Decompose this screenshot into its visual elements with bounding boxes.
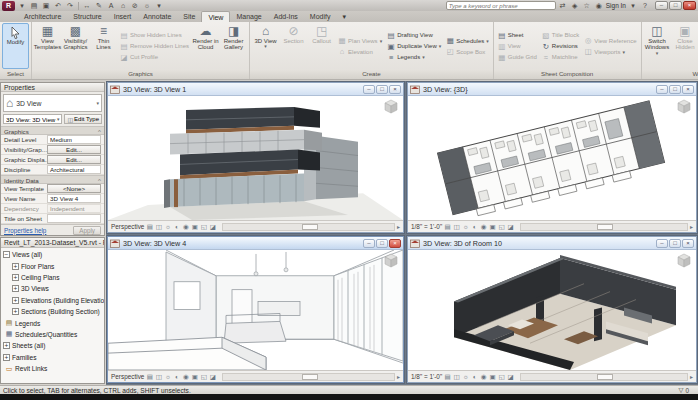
exchange-apps-icon[interactable]: ⇄ [558,1,568,11]
viewport2-restore-button[interactable]: □ [669,85,681,94]
viewport2-canvas[interactable] [408,96,696,220]
open-icon[interactable]: ▤ [29,1,39,11]
instance-selector[interactable]: 3D View: 3D View 4 ▾ [3,114,62,124]
viewport2-minimize-button[interactable]: – [656,85,668,94]
properties-title[interactable]: Properties [1,83,104,92]
viewcube[interactable] [676,99,692,115]
tab-modify[interactable]: Modify [304,11,337,22]
undo-icon[interactable]: ↶ [53,1,63,11]
drafting-view-button[interactable]: ▤ Drafting View [385,30,443,41]
detail-level-icon[interactable]: ▤ [444,373,451,381]
help-icon[interactable]: ? [640,1,650,11]
project-browser-title[interactable]: Revit_LT_2013-Dataset_V5.rvt - Proje... [1,238,104,248]
viewcube[interactable] [676,253,692,269]
sign-in-icon[interactable]: ◉ [594,1,604,11]
rendering-icon[interactable]: ◉ [480,373,487,381]
viewport4-horizontal-scrollbar[interactable] [520,373,688,381]
tab-architecture[interactable]: Architecture [18,11,67,22]
discipline-value[interactable]: Architectural [47,165,101,174]
tree-item-floor-plans[interactable]: + Floor Plans [1,260,104,271]
tab-manage[interactable]: Manage [230,11,267,22]
viewport4-canvas[interactable] [408,250,696,370]
duplicate-view-button[interactable]: ▣ Duplicate View ▾ [385,41,443,52]
panel-windows-label[interactable]: Windows [642,69,698,79]
crop-view-icon[interactable]: ▣ [191,223,198,231]
view-templates-button[interactable]: ▦ View Templates [34,23,61,69]
tab-annotate[interactable]: Annotate [137,11,177,22]
scrollbar-thumb[interactable] [302,224,318,230]
tab-view[interactable]: View [201,11,230,22]
viewport3-horizontal-scrollbar[interactable] [222,373,395,381]
sun-icon[interactable]: ☼ [142,1,152,11]
3d-view-button[interactable]: ⌂ 3D View ▾ [252,23,279,69]
tree-item-legends[interactable]: ▤ Legends [1,317,104,328]
viewport3-scale[interactable]: Perspective [111,373,144,380]
panel-graphics-label[interactable]: Graphics [32,69,249,79]
tab-structure[interactable]: Structure [67,11,107,22]
shadows-icon[interactable]: ◐ [471,223,478,230]
sun-path-icon[interactable]: ☼ [164,223,171,230]
shadows-icon[interactable]: ◐ [471,373,478,380]
viewport3-restore-button[interactable]: □ [376,239,388,248]
view-name-value[interactable]: 3D View 4 [47,194,101,203]
identity-collapse-icon[interactable]: ^ [98,176,104,183]
legends-button[interactable]: ≡ Legends ▾ [385,52,443,63]
crop-view-icon[interactable]: ▣ [489,373,496,381]
sign-in-dropdown-icon[interactable]: ▾ [628,1,638,11]
expand-icon[interactable]: + [12,263,19,270]
visibility-graphics-button[interactable]: ▩ Visibility/ Graphics [62,23,89,69]
crop-view-icon[interactable]: ▣ [191,373,198,381]
crop-view-icon[interactable]: ▣ [489,223,496,231]
scroll-right-icon[interactable]: ▸ [690,223,693,230]
viewport3-titlebar[interactable]: 3D View: 3D View 4 – □ × [108,237,403,250]
tree-item-ceiling-plans[interactable]: + Ceiling Plans [1,272,104,283]
viewport-3d-view-1[interactable]: 3D View: 3D View 1 – □ × [107,82,404,233]
edit-type-button[interactable]: ◫ Edit Type [64,114,102,124]
visual-style-icon[interactable]: ◫ [155,373,162,381]
graphics-collapse-icon[interactable]: ^ [98,127,104,134]
3d-view-icon[interactable]: ⌂ [118,1,128,11]
viewport2-close-button[interactable]: × [682,85,694,94]
temporary-hide-icon[interactable]: ◪ [209,223,216,231]
render-in-cloud-button[interactable]: ☁ Render in Cloud [192,23,219,69]
scrollbar-thumb[interactable] [597,374,613,380]
viewport1-minimize-button[interactable]: – [363,85,375,94]
type-selector[interactable]: ⌂ 3D View ▾ [3,94,102,112]
viewport1-close-button[interactable]: × [389,85,401,94]
rendering-icon[interactable]: ◉ [480,223,487,231]
thin-lines-button[interactable]: ≡ Thin Lines [90,23,117,69]
panel-create-label[interactable]: Create [250,69,493,79]
tree-item-3d-views[interactable]: + 3D Views [1,283,104,294]
sheet-button[interactable]: ▤ Sheet [496,30,539,41]
filter-icon[interactable]: ▽ [679,386,684,394]
detail-level-icon[interactable]: ▤ [146,373,153,381]
sun-path-icon[interactable]: ☼ [462,223,469,230]
switch-windows-button[interactable]: ◫ Switch Windows ▾ [644,23,671,69]
temporary-hide-icon[interactable]: ◪ [209,373,216,381]
viewport3-canvas[interactable] [108,250,403,370]
save-icon[interactable]: ▣ [41,1,51,11]
visual-style-icon[interactable]: ◫ [155,223,162,231]
scrollbar-thumb[interactable] [302,374,318,380]
duplicate-view-dropdown-icon[interactable]: ▾ [439,43,442,49]
viewport4-close-button[interactable]: × [682,239,694,248]
graphic-display-edit-button[interactable]: Edit... [47,155,101,164]
viewport2-scale[interactable]: 1/8" = 1'-0" [411,223,442,230]
viewport4-restore-button[interactable]: □ [669,239,681,248]
viewport2-horizontal-scrollbar[interactable] [520,223,688,231]
sun-path-icon[interactable]: ☼ [164,373,171,380]
viewport3-close-button[interactable]: × [389,239,401,248]
detail-level-icon[interactable]: ▤ [146,223,153,231]
viewport-3d-view-4[interactable]: 3D View: 3D View 4 – □ × [107,236,404,383]
viewport1-canvas[interactable] [108,96,403,220]
tree-item-elevations[interactable]: + Elevations (Building Elevation) [1,295,104,306]
type-selector-dropdown-icon[interactable]: ▾ [96,100,99,106]
viewport2-titlebar[interactable]: 3D View: {3D} – □ × [408,83,696,96]
redo-icon[interactable]: ↷ [65,1,75,11]
viewport1-restore-button[interactable]: □ [376,85,388,94]
scrollbar-thumb[interactable] [597,224,613,230]
viewport1-scale[interactable]: Perspective [111,223,144,230]
apply-button[interactable]: Apply [73,226,101,235]
viewport1-horizontal-scrollbar[interactable] [222,223,395,231]
graphics-section-header[interactable]: Graphics ^ [1,126,104,135]
